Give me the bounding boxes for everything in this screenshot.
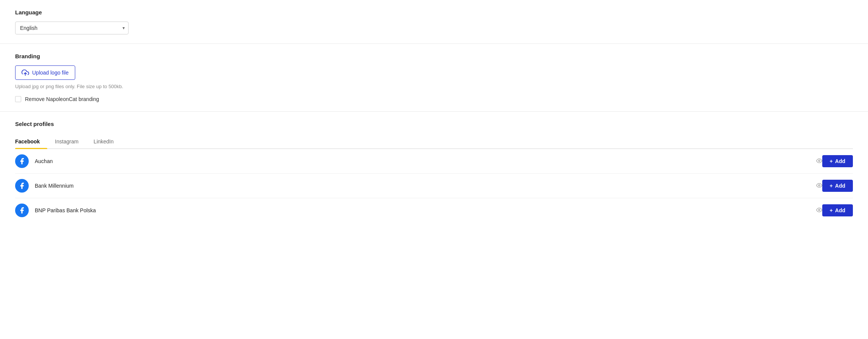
svg-point-1 bbox=[818, 160, 820, 162]
upload-icon bbox=[22, 69, 29, 76]
tab-instagram[interactable]: Instagram bbox=[47, 135, 86, 149]
branding-section: Branding Upload logo file Upload jpg or … bbox=[0, 44, 868, 112]
profile-name: Bank Millennium bbox=[35, 183, 813, 189]
facebook-profile-icon bbox=[15, 179, 29, 193]
upload-logo-button[interactable]: Upload logo file bbox=[15, 65, 75, 80]
eye-icon[interactable] bbox=[816, 158, 822, 165]
select-profiles-title: Select profiles bbox=[15, 121, 853, 127]
profile-name-eye-row: BNP Paribas Bank Polska bbox=[29, 207, 822, 214]
language-section-title: Language bbox=[15, 9, 853, 16]
plus-icon: + bbox=[830, 207, 833, 213]
profile-name: BNP Paribas Bank Polska bbox=[35, 207, 813, 213]
profile-list: Auchan + Add bbox=[15, 149, 853, 222]
facebook-profile-icon bbox=[15, 154, 29, 168]
plus-icon: + bbox=[830, 183, 833, 189]
upload-hint: Upload jpg or png files only. File size … bbox=[15, 84, 853, 89]
upload-logo-label: Upload logo file bbox=[32, 70, 69, 76]
language-select-wrapper: English Polish German French Spanish ▾ bbox=[15, 22, 129, 34]
table-row: Bank Millennium + Add bbox=[15, 174, 853, 198]
profile-name-eye-row: Bank Millennium bbox=[29, 182, 822, 190]
table-row: Auchan + Add bbox=[15, 149, 853, 174]
remove-branding-checkbox[interactable] bbox=[15, 96, 21, 102]
svg-point-3 bbox=[818, 209, 820, 211]
branding-section-title: Branding bbox=[15, 53, 853, 59]
add-profile-button[interactable]: + Add bbox=[822, 204, 853, 216]
language-section: Language English Polish German French Sp… bbox=[0, 0, 868, 44]
remove-branding-label: Remove NapoleonCat branding bbox=[25, 96, 99, 102]
tab-facebook[interactable]: Facebook bbox=[15, 135, 47, 149]
profile-name: Auchan bbox=[35, 158, 813, 164]
svg-point-2 bbox=[818, 185, 820, 186]
profiles-tabs-row: Facebook Instagram LinkedIn bbox=[15, 135, 853, 149]
add-profile-button[interactable]: + Add bbox=[822, 155, 853, 167]
language-select[interactable]: English Polish German French Spanish bbox=[15, 22, 129, 34]
page-container: Language English Polish German French Sp… bbox=[0, 0, 868, 339]
tab-linkedin[interactable]: LinkedIn bbox=[86, 135, 121, 149]
add-profile-button[interactable]: + Add bbox=[822, 180, 853, 192]
profile-name-eye-row: Auchan bbox=[29, 158, 822, 165]
remove-branding-row: Remove NapoleonCat branding bbox=[15, 96, 853, 102]
facebook-profile-icon bbox=[15, 204, 29, 217]
table-row: BNP Paribas Bank Polska + Add bbox=[15, 198, 853, 222]
eye-icon[interactable] bbox=[816, 207, 822, 214]
select-profiles-section: Select profiles Facebook Instagram Linke… bbox=[0, 112, 868, 222]
plus-icon: + bbox=[830, 158, 833, 164]
eye-icon[interactable] bbox=[816, 182, 822, 190]
